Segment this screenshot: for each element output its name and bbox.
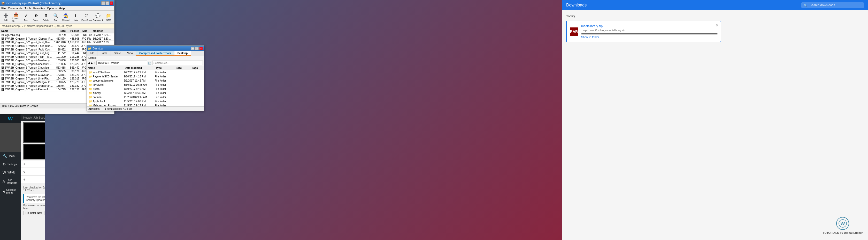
explorer-folder-row[interactable]: 📁PaymentsSCB-Syntax 9/10/2017 4:15 PM Fi…	[87, 74, 204, 78]
explorer-window-controls: ─ □ ✕	[191, 47, 203, 50]
winrar-menubar: File Commands Tools Favorites Options He…	[0, 6, 114, 10]
explorer-folder-row[interactable]: 📁Amedy 1/6/2017 10:36 AM File folder	[87, 91, 204, 95]
toolbar-view[interactable]: 👁 View	[32, 12, 40, 23]
col-modified-header: Modified	[93, 29, 113, 32]
exp-col-tags[interactable]: Tags	[191, 66, 204, 70]
toolbar-delete[interactable]: 🗑 Delete	[41, 12, 50, 23]
toolbar-extract[interactable]: 📤 Extract To	[12, 12, 21, 23]
sidebar-item-loco[interactable]: A Loco Translate	[0, 177, 21, 186]
tab-home[interactable]: Home	[97, 51, 111, 56]
explorer-ribbon: Extract	[87, 56, 204, 60]
tab-file[interactable]: File	[87, 51, 97, 56]
exp-col-type[interactable]: Type	[155, 66, 176, 70]
explorer-folder-row[interactable]: 📁#Projects 3/30/2017 10:48 AM File folde…	[87, 83, 204, 87]
explorer-filelist[interactable]: 📁wpml33addons 4/27/2017 4:29 PM File fol…	[87, 70, 204, 106]
add-icon: ➕	[3, 13, 9, 19]
download-item-name: medialibrary.zip	[581, 24, 718, 28]
tab-share[interactable]: Share	[111, 51, 124, 56]
wp-watermark-logo: W	[836, 217, 849, 230]
close-button[interactable]: ✕	[110, 1, 113, 5]
explorer-folder-row[interactable]: 📁wpml33addons 4/27/2017 4:29 PM File fol…	[87, 70, 204, 74]
explorer-ribbon-tabs: File Home Share View Compressed Folder T…	[87, 51, 204, 56]
sidebar-collapse-menu[interactable]: ◀ Collapse menu	[0, 186, 21, 196]
toolbar-info[interactable]: ℹ Info	[71, 12, 80, 23]
winrar-window-controls: ─ □ ✕	[101, 1, 113, 5]
sidebar-item-settings[interactable]: ⚙ Settings	[0, 160, 21, 168]
toolbar-wizard[interactable]: 🧙 Wizard	[62, 12, 70, 23]
explorer-folder-row[interactable]: 📁Sueta 1/10/2017 5:49 AM File folder	[87, 87, 204, 91]
menu-favorites[interactable]: Favorites	[33, 7, 45, 10]
explorer-folder-row[interactable]: 📁norman 11/29/2016 9:17 AM File folder	[87, 95, 204, 99]
refresh-button[interactable]: 🔄	[148, 62, 151, 64]
explorer-minimize[interactable]: ─	[191, 47, 194, 50]
download-progress-bar	[581, 33, 718, 34]
explorer-folder-row[interactable]: 📁scoop-trademarks 6/1/2017 11:42 AM File…	[87, 78, 204, 83]
winrar-file-row[interactable]: 🖼 logo-villa.png 69,709 55,588 PNG File …	[0, 33, 114, 37]
downloads-search-input[interactable]	[810, 3, 861, 7]
address-input[interactable]	[96, 60, 147, 65]
explorer-title-left: 📁 Desktop	[88, 47, 103, 50]
loco-icon: A	[3, 180, 5, 184]
sidebar-item-wpml[interactable]: W WPML	[0, 168, 21, 177]
notification-gear-2[interactable]: ⚙	[23, 170, 26, 173]
wizard-icon: 🧙	[63, 13, 69, 19]
toolbar-test[interactable]: ✔ Test	[22, 12, 30, 23]
up-button[interactable]: ↑	[94, 62, 95, 64]
svg-text:W: W	[841, 221, 845, 226]
toolbar-sfx[interactable]: 📁 SFX	[104, 12, 113, 23]
downloads-body: Today RAR medialibrary.zip ...wp-content…	[562, 10, 868, 240]
toolbar-comment[interactable]: 💬 Comment	[93, 12, 103, 23]
winrar-toolbar: ➕ Add 📤 Extract To ✔ Test 👁 View 🗑 Delet…	[0, 10, 114, 24]
toolbar-add[interactable]: ➕ Add	[2, 12, 10, 23]
forward-button[interactable]: ▶	[91, 62, 93, 64]
download-close-button[interactable]: ✕	[716, 23, 719, 27]
reinstall-button[interactable]: Re-install Now	[23, 211, 44, 215]
desktop-background	[45, 0, 562, 240]
explorer-close[interactable]: ✕	[199, 47, 203, 50]
menu-file[interactable]: File	[1, 7, 6, 10]
exp-col-date[interactable]: Date modified	[124, 66, 155, 70]
test-icon: ✔	[23, 13, 29, 19]
tab-desktop[interactable]: Desktop	[175, 51, 191, 56]
settings-icon: ⚙	[3, 162, 6, 166]
wp-admin-bar-text: Howdy, Job Scoop	[23, 116, 47, 119]
back-button[interactable]: ◀	[88, 62, 90, 64]
explorer-maximize[interactable]: □	[195, 47, 199, 50]
winrar-file-row[interactable]: 🖼 SWASH_Organic_5-Yoghurt_Display_Range.…	[0, 37, 114, 41]
toolbar-virusscan[interactable]: 🛡 VirusScan	[82, 12, 91, 23]
tab-compressed-folder-tools[interactable]: Compressed Folder Tools	[136, 51, 175, 56]
toolbar-find[interactable]: 🔍 Find	[52, 12, 60, 23]
winrar-titlebar: 📦 medialibrary.zip - WinRAR (evaluation …	[0, 0, 114, 6]
col-name-header: Name	[1, 29, 53, 32]
show-in-folder-link[interactable]: Show in folder	[581, 35, 599, 38]
maximize-button[interactable]: □	[105, 1, 109, 5]
minimize-button[interactable]: ─	[101, 1, 105, 5]
download-item-icon: RAR	[570, 27, 578, 36]
search-input[interactable]	[152, 60, 203, 65]
sidebar-item-tools[interactable]: 🔧 Tools	[0, 152, 21, 160]
virusscan-icon: 🛡	[84, 13, 90, 19]
winrar-file-row[interactable]: 🖼 SWASH_Organic_5-Yoghurt_Fruit_Blueberr…	[0, 41, 114, 44]
menu-tools[interactable]: Tools	[25, 7, 31, 10]
downloads-panel: Downloads 🔍 Today RAR medialibrary.zip .…	[562, 0, 868, 240]
col-type-header: Type	[82, 29, 93, 32]
exp-col-name[interactable]: Name	[87, 66, 124, 70]
folder-icon: 📁	[88, 47, 91, 50]
ribbon-extract[interactable]: Extract	[88, 56, 96, 59]
wpml-icon: W	[3, 170, 6, 175]
exp-col-size[interactable]: Size	[176, 66, 191, 70]
menu-options[interactable]: Options	[47, 7, 57, 10]
explorer-folder-row[interactable]: 📁Mabprachun Photos 11/5/2016 9:17 PM Fil…	[87, 103, 204, 106]
tab-view[interactable]: View	[124, 51, 136, 56]
wp-sidebar: W 🔧 Tools ⚙ Settings W WPML A Loco Trans…	[0, 114, 21, 240]
notification-gear-1[interactable]: ⚙	[23, 163, 26, 165]
sfx-icon: 📁	[105, 13, 112, 19]
notification-gear-3[interactable]: ⚙	[23, 178, 26, 181]
menu-help[interactable]: Help	[59, 7, 65, 10]
explorer-statusbar: 219 items 1 item selected 4.74 MB	[87, 106, 204, 111]
explorer-folder-row[interactable]: 📁Apple hack 11/5/2016 4:03 PM File folde…	[87, 99, 204, 103]
download-item: RAR medialibrary.zip ...wp-content/dml-l…	[566, 21, 721, 42]
downloads-search-box[interactable]: 🔍	[801, 2, 864, 8]
menu-commands[interactable]: Commands	[8, 7, 23, 10]
collapse-icon: ◀	[3, 190, 5, 193]
